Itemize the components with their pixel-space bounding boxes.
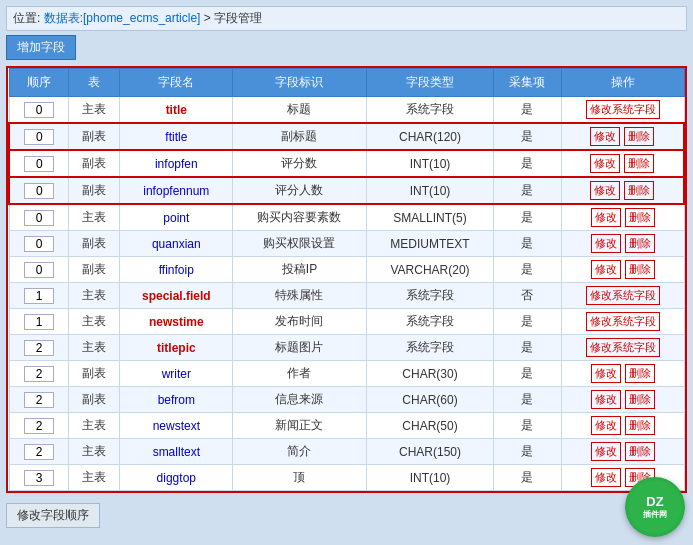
- cell-ops: 修改删除: [561, 150, 684, 177]
- modify-sys-link[interactable]: 修改系统字段: [586, 338, 660, 357]
- order-input[interactable]: [24, 129, 54, 145]
- modify-link[interactable]: 修改: [590, 181, 620, 200]
- modify-link[interactable]: 修改: [591, 364, 621, 383]
- cell-table: 主表: [69, 97, 120, 124]
- cell-field-name: diggtop: [120, 465, 233, 491]
- delete-link[interactable]: 删除: [625, 234, 655, 253]
- table-row: 主表titlepic标题图片系统字段是修改系统字段: [9, 335, 684, 361]
- cell-ops: 修改系统字段: [561, 309, 684, 335]
- cell-field-name: befrom: [120, 387, 233, 413]
- cell-field-name: special.field: [120, 283, 233, 309]
- table-row: 主表title标题系统字段是修改系统字段: [9, 97, 684, 124]
- cell-field-label: 作者: [233, 361, 367, 387]
- order-input[interactable]: [24, 156, 54, 172]
- order-input[interactable]: [24, 366, 54, 382]
- cell-table: 主表: [69, 465, 120, 491]
- cell-collect: 是: [494, 309, 562, 335]
- cell-field-name: newstext: [120, 413, 233, 439]
- order-input[interactable]: [24, 183, 54, 199]
- cell-table: 主表: [69, 335, 120, 361]
- delete-link[interactable]: 删除: [624, 154, 654, 173]
- modify-link[interactable]: 修改: [591, 468, 621, 487]
- modify-link[interactable]: 修改: [591, 208, 621, 227]
- modify-sys-link[interactable]: 修改系统字段: [586, 100, 660, 119]
- delete-link[interactable]: 删除: [624, 181, 654, 200]
- table-row: 主表newstime发布时间系统字段是修改系统字段: [9, 309, 684, 335]
- cell-field-type: INT(10): [366, 465, 493, 491]
- cell-collect: 是: [494, 413, 562, 439]
- cell-field-type: CHAR(30): [366, 361, 493, 387]
- cell-field-type: 系统字段: [366, 97, 493, 124]
- delete-link[interactable]: 删除: [625, 416, 655, 435]
- cell-field-name: infopfen: [120, 150, 233, 177]
- cell-field-name: quanxian: [120, 231, 233, 257]
- cell-field-label: 简介: [233, 439, 367, 465]
- table-row: 副表infopfen评分数INT(10)是修改删除: [9, 150, 684, 177]
- cell-order: [9, 257, 69, 283]
- table-row: 主表diggtop顶INT(10)是修改删除: [9, 465, 684, 491]
- cell-table: 主表: [69, 309, 120, 335]
- cell-field-type: CHAR(120): [366, 123, 493, 150]
- cell-field-type: CHAR(150): [366, 439, 493, 465]
- add-field-button[interactable]: 增加字段: [6, 35, 76, 60]
- order-input[interactable]: [24, 210, 54, 226]
- watermark-text: 插件网: [643, 509, 667, 520]
- delete-link[interactable]: 删除: [625, 442, 655, 461]
- cell-ops: 修改删除: [561, 123, 684, 150]
- modify-sys-link[interactable]: 修改系统字段: [586, 312, 660, 331]
- modify-link[interactable]: 修改: [591, 390, 621, 409]
- modify-link[interactable]: 修改: [590, 154, 620, 173]
- cell-table: 副表: [69, 150, 120, 177]
- cell-ops: 修改系统字段: [561, 97, 684, 124]
- col-header-ops: 操作: [561, 69, 684, 97]
- order-input[interactable]: [24, 314, 54, 330]
- cell-ops: 修改删除: [561, 387, 684, 413]
- modify-link[interactable]: 修改: [591, 260, 621, 279]
- cell-field-name: newstime: [120, 309, 233, 335]
- order-input[interactable]: [24, 392, 54, 408]
- breadcrumb-link-1[interactable]: 数据表:[phome_ecms_article]: [44, 11, 201, 25]
- cell-order: [9, 465, 69, 491]
- delete-link[interactable]: 删除: [625, 364, 655, 383]
- cell-table: 主表: [69, 439, 120, 465]
- order-input[interactable]: [24, 444, 54, 460]
- bottom-bar: 修改字段顺序: [6, 493, 687, 532]
- cell-field-name: title: [120, 97, 233, 124]
- order-input[interactable]: [24, 288, 54, 304]
- modify-link[interactable]: 修改: [591, 416, 621, 435]
- cell-field-label: 新闻正文: [233, 413, 367, 439]
- cell-field-label: 信息来源: [233, 387, 367, 413]
- cell-ops: 修改系统字段: [561, 335, 684, 361]
- cell-field-label: 标题图片: [233, 335, 367, 361]
- cell-table: 主表: [69, 204, 120, 231]
- order-input[interactable]: [24, 102, 54, 118]
- order-input[interactable]: [24, 262, 54, 278]
- cell-field-type: SMALLINT(5): [366, 204, 493, 231]
- modify-sys-link[interactable]: 修改系统字段: [586, 286, 660, 305]
- cell-field-name: smalltext: [120, 439, 233, 465]
- modify-link[interactable]: 修改: [591, 234, 621, 253]
- cell-collect: 是: [494, 465, 562, 491]
- cell-field-name: point: [120, 204, 233, 231]
- cell-field-label: 标题: [233, 97, 367, 124]
- cell-collect: 是: [494, 257, 562, 283]
- delete-link[interactable]: 删除: [625, 390, 655, 409]
- delete-link[interactable]: 删除: [625, 208, 655, 227]
- modify-order-button[interactable]: 修改字段顺序: [6, 503, 100, 528]
- order-input[interactable]: [24, 340, 54, 356]
- cell-order: [9, 309, 69, 335]
- delete-link[interactable]: 删除: [624, 127, 654, 146]
- cell-order: [9, 439, 69, 465]
- order-input[interactable]: [24, 418, 54, 434]
- order-input[interactable]: [24, 236, 54, 252]
- cell-table: 副表: [69, 231, 120, 257]
- table-wrapper: 顺序 表 字段名 字段标识 字段类型 采集项 操作 主表title标题系统字段是…: [6, 66, 687, 493]
- delete-link[interactable]: 删除: [625, 260, 655, 279]
- cell-order: [9, 123, 69, 150]
- cell-collect: 是: [494, 123, 562, 150]
- cell-field-type: INT(10): [366, 177, 493, 204]
- modify-link[interactable]: 修改: [590, 127, 620, 146]
- watermark: DZ 插件网: [625, 477, 685, 537]
- modify-link[interactable]: 修改: [591, 442, 621, 461]
- order-input[interactable]: [24, 470, 54, 486]
